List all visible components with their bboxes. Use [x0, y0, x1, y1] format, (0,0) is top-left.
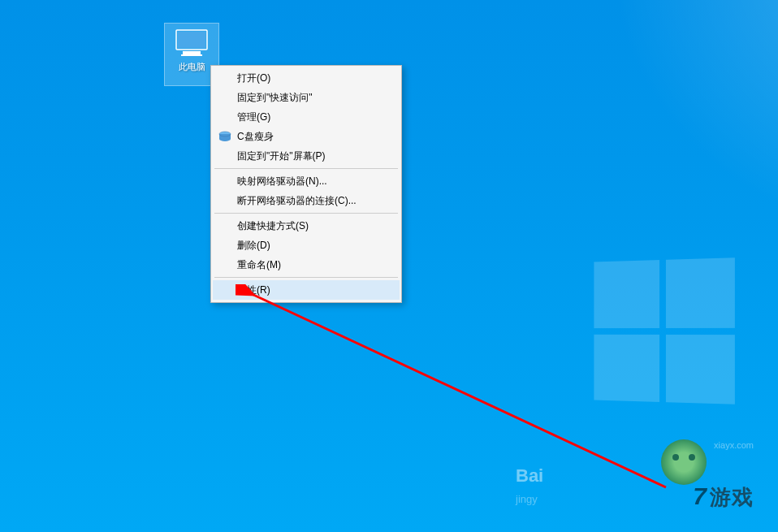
- menu-item-pin-start[interactable]: 固定到"开始"屏幕(P): [213, 146, 400, 166]
- disk-icon: [218, 131, 231, 142]
- menu-item-map-network-drive[interactable]: 映射网络驱动器(N)...: [213, 171, 400, 191]
- menu-label: 属性(R): [237, 283, 270, 297]
- menu-item-c-disk-slim[interactable]: C盘瘦身: [213, 127, 400, 146]
- menu-item-delete[interactable]: 删除(D): [213, 236, 400, 255]
- menu-separator: [214, 277, 398, 278]
- desktop-icon-label: 此电脑: [179, 61, 205, 73]
- watermark-baidu: Bai jingy: [516, 465, 543, 508]
- menu-label: 打开(O): [237, 71, 270, 85]
- menu-item-pin-quick-access[interactable]: 固定到"快速访问": [213, 88, 400, 107]
- menu-separator: [214, 168, 398, 169]
- menu-label: 映射网络驱动器(N)...: [237, 175, 327, 188]
- menu-label: 重命名(M): [237, 258, 281, 272]
- menu-label: 创建快捷方式(S): [237, 219, 309, 233]
- svg-rect-1: [178, 32, 205, 48]
- logo-circle-icon: [661, 439, 707, 485]
- menu-label: 删除(D): [237, 239, 270, 253]
- menu-item-manage[interactable]: 管理(G): [213, 107, 400, 127]
- menu-label: 管理(G): [237, 110, 270, 124]
- watermark-seven: 7: [693, 482, 707, 510]
- menu-separator: [214, 213, 398, 214]
- watermark-text: Bai: [516, 465, 543, 486]
- menu-label: 固定到"快速访问": [237, 91, 313, 105]
- menu-item-properties[interactable]: 属性(R): [213, 280, 400, 300]
- windows-logo-icon: [594, 257, 734, 404]
- light-ray: [609, 0, 778, 244]
- menu-item-create-shortcut[interactable]: 创建快捷方式(S): [213, 216, 400, 236]
- menu-label: 断开网络驱动器的连接(C)...: [237, 194, 357, 208]
- watermark-sub: jingy: [516, 493, 538, 505]
- context-menu: 打开(O) 固定到"快速访问" 管理(G) C盘瘦身 固定到"开始"屏幕(P) …: [210, 65, 402, 303]
- watermark-right: xiayx.com 7 游戏: [693, 440, 754, 512]
- menu-label: C盘瘦身: [237, 130, 274, 144]
- menu-item-rename[interactable]: 重命名(M): [213, 255, 400, 275]
- menu-label: 固定到"开始"屏幕(P): [237, 149, 326, 163]
- computer-icon: [175, 28, 209, 58]
- watermark-url: xiayx.com: [693, 440, 754, 450]
- menu-item-open[interactable]: 打开(O): [213, 68, 400, 88]
- menu-item-disconnect-network-drive[interactable]: 断开网络驱动器的连接(C)...: [213, 191, 400, 210]
- watermark-logo-text: 游戏: [710, 483, 754, 512]
